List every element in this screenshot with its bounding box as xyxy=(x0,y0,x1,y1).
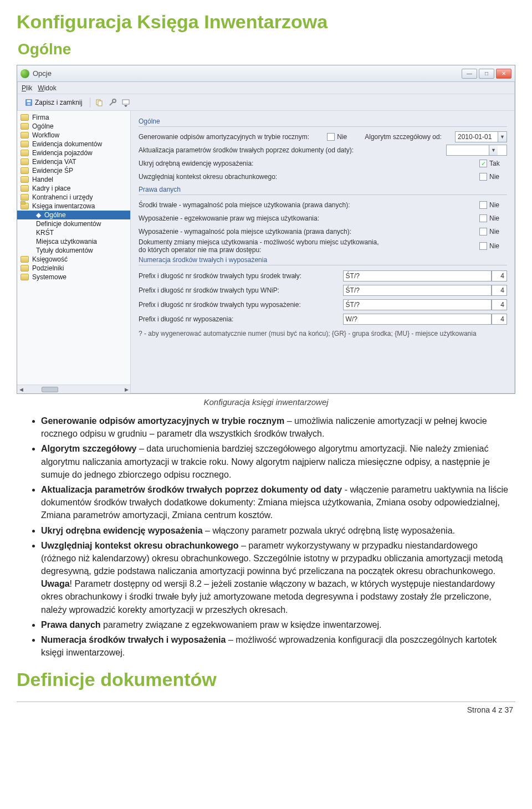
svg-point-5 xyxy=(112,99,116,103)
svg-rect-4 xyxy=(98,101,102,106)
window-title: Opcje xyxy=(33,69,462,78)
page-footer: Strona 4 z 37 xyxy=(17,702,515,714)
maximize-button[interactable]: □ xyxy=(479,69,494,79)
menu-file[interactable]: Plik xyxy=(22,84,32,92)
n1-len[interactable]: 4 xyxy=(492,270,507,281)
section-prawa: Prawa danych xyxy=(139,186,507,195)
page-title: Konfiguracja Księga Inwentarzowa xyxy=(17,11,515,33)
svg-rect-1 xyxy=(27,100,31,102)
chevron-down-icon[interactable]: ▼ xyxy=(498,132,507,142)
chevron-down-icon[interactable]: ▼ xyxy=(489,145,498,155)
menubar: Plik Widok xyxy=(17,82,515,94)
form-panel: Ogólne Generowanie odpisów amortyzacyjny… xyxy=(131,111,515,393)
n3-len[interactable]: 4 xyxy=(492,299,507,310)
menu-view[interactable]: Widok xyxy=(38,84,56,92)
section-numeracja: Numeracja środków trwałych i wyposażenia xyxy=(139,256,507,265)
options-window: Opcje — □ ✕ Plik Widok Zapisz i zamknij … xyxy=(17,65,515,394)
ukryj-check[interactable]: Tak xyxy=(479,160,507,167)
nav-tree[interactable]: Firma Ogólne Workflow Ewidencja dokument… xyxy=(17,111,131,393)
dropdown-icon[interactable] xyxy=(121,98,130,107)
tree-item-definicje[interactable]: Definicje dokumentów xyxy=(17,219,130,228)
screenshot-caption: Konfiguracja księgi inwentarzowej xyxy=(17,397,515,407)
tree-item-ksiega[interactable]: Księga inwentarzowa xyxy=(17,202,130,211)
n4-len[interactable]: 4 xyxy=(492,314,507,325)
kontekst-check[interactable]: Nie xyxy=(479,173,507,181)
section-ogolne: Ogólne xyxy=(139,117,507,127)
numbering-note: ? - aby wygenerować automatycznie numer … xyxy=(139,330,507,337)
n3-prefix[interactable]: ŚT/? xyxy=(343,299,492,310)
toolbar-divider xyxy=(90,98,90,107)
minimize-button[interactable]: — xyxy=(462,69,477,79)
bullet-list: Generowanie odpisów amortyzacyjnych w tr… xyxy=(20,414,512,659)
aktualizacja-date[interactable]: ▼ xyxy=(446,145,507,156)
svg-rect-2 xyxy=(27,103,30,105)
tree-item-ogolne[interactable]: ◆Ogólne xyxy=(17,211,130,219)
svg-rect-6 xyxy=(122,100,129,104)
toolbar: Zapisz i zamknij xyxy=(17,94,515,111)
gen-roczny-check[interactable]: Nie xyxy=(327,133,355,141)
n2-prefix[interactable]: ŚT/? xyxy=(343,285,492,296)
n2-len[interactable]: 4 xyxy=(492,285,507,296)
save-close-button[interactable]: Zapisz i zamknij xyxy=(22,98,85,107)
n1-prefix[interactable]: ŚT/? xyxy=(343,270,492,281)
disk-icon xyxy=(25,99,33,106)
n4-prefix[interactable]: W/? xyxy=(343,314,492,325)
tools-icon[interactable] xyxy=(108,98,117,107)
copy-icon[interactable] xyxy=(95,98,104,107)
close-button[interactable]: ✕ xyxy=(496,69,511,79)
titlebar: Opcje — □ ✕ xyxy=(17,65,515,82)
definitions-heading: Definicje dokumentów xyxy=(17,669,515,690)
tree-scrollbar[interactable]: ◀▶ xyxy=(17,385,130,393)
section-heading: Ogólne xyxy=(18,40,515,58)
app-icon xyxy=(21,69,29,78)
algorytm-date[interactable]: 2010-01-01▼ xyxy=(455,131,507,142)
